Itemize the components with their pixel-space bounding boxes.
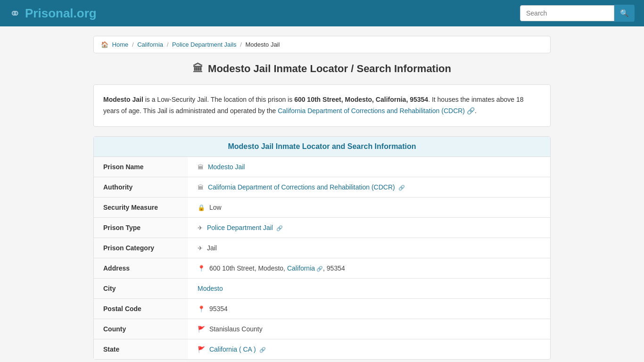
- address-icon: 📍: [198, 265, 205, 272]
- home-icon: 🏠: [101, 41, 108, 48]
- description-block: Modesto Jail is a Low-Security Jail. The…: [93, 84, 551, 127]
- city-link[interactable]: Modesto: [198, 285, 223, 292]
- table-row: Authority 🏛 California Department of Cor…: [94, 177, 550, 197]
- row-value: 🚩 California ( CA ) 🔗: [188, 339, 550, 359]
- county-value: Stanislaus County: [209, 325, 263, 333]
- table-row: Prison Type ✈ Police Department Jail 🔗: [94, 217, 550, 238]
- row-value: ✈ Police Department Jail 🔗: [188, 217, 550, 238]
- row-value: 📍 600 10th Street, Modesto, California🔗,…: [188, 258, 550, 278]
- row-value: 🔒 Low: [188, 197, 550, 217]
- row-value: 📍 95354: [188, 298, 550, 319]
- main-container: 🏠 Home / California / Police Department …: [86, 36, 558, 360]
- table-row: Security Measure 🔒 Low: [94, 197, 550, 217]
- postal-value: 95354: [209, 305, 228, 313]
- breadcrumb-sep-1: /: [132, 41, 134, 48]
- ext-icon-authority: 🔗: [398, 185, 405, 190]
- breadcrumb-police-dept[interactable]: Police Department Jails: [172, 41, 237, 48]
- row-label: Address: [94, 258, 188, 278]
- authority-icon: 🏛: [198, 184, 204, 191]
- breadcrumb-california[interactable]: California: [137, 41, 163, 48]
- address-text: 600 10th Street, Modesto,: [209, 264, 287, 272]
- row-label: Prison Type: [94, 217, 188, 238]
- authority-table-link[interactable]: California Department of Corrections and…: [208, 183, 395, 191]
- table-row: Address 📍 600 10th Street, Modesto, Cali…: [94, 258, 550, 278]
- logo-main: Prisonal: [25, 6, 74, 20]
- prison-name-icon: 🏛: [198, 164, 204, 171]
- address-state-link[interactable]: California: [287, 264, 315, 272]
- row-value: 🏛 California Department of Corrections a…: [188, 177, 550, 197]
- table-row: Prison Name 🏛 Modesto Jail: [94, 157, 550, 177]
- prison-cat-value: Jail: [207, 244, 217, 252]
- row-label: City: [94, 278, 188, 298]
- row-value: 🚩 Stanislaus County: [188, 319, 550, 339]
- breadcrumb-current: Modesto Jail: [245, 41, 280, 48]
- site-header: ⚭ Prisonal.org 🔍: [0, 0, 644, 26]
- row-label: Authority: [94, 177, 188, 197]
- breadcrumb-sep-2: /: [167, 41, 169, 48]
- ext-icon-state: 🔗: [259, 347, 266, 353]
- logo-text: Prisonal.org: [25, 6, 97, 21]
- row-label: State: [94, 339, 188, 359]
- breadcrumb: 🏠 Home / California / Police Department …: [93, 36, 551, 53]
- address-bold: 600 10th Street, Modesto, California, 95…: [294, 96, 428, 103]
- ext-icon-addr: 🔗: [316, 266, 323, 272]
- breadcrumb-home[interactable]: Home: [112, 41, 129, 48]
- breadcrumb-sep-3: /: [240, 41, 242, 48]
- row-value: 🏛 Modesto Jail: [188, 157, 550, 177]
- page-title: 🏛 Modesto Jail Inmate Locator / Search I…: [93, 63, 551, 75]
- prison-name-link[interactable]: Modesto Jail: [208, 163, 245, 171]
- info-table: Prison Name 🏛 Modesto Jail Authority 🏛 C…: [94, 157, 550, 359]
- logo-area: ⚭ Prisonal.org: [9, 6, 97, 21]
- state-link[interactable]: California ( CA ): [209, 346, 256, 353]
- address-suffix: , 95354: [323, 264, 345, 272]
- jail-title-icon: 🏛: [193, 63, 203, 75]
- county-icon: 🚩: [198, 326, 205, 333]
- table-row: State 🚩 California ( CA ) 🔗: [94, 339, 550, 359]
- table-row: Prison Category ✈ Jail: [94, 238, 550, 258]
- search-area: 🔍: [520, 5, 635, 22]
- ext-icon-type: 🔗: [276, 225, 283, 231]
- prison-type-link[interactable]: Police Department Jail: [207, 224, 273, 231]
- info-section: Modesto Jail Inmate Locator and Search I…: [93, 136, 551, 360]
- logo-domain: .org: [74, 6, 97, 20]
- logo-icon: ⚭: [9, 6, 20, 21]
- table-row: County 🚩 Stanislaus County: [94, 319, 550, 339]
- postal-icon: 📍: [198, 305, 205, 313]
- row-label: Prison Name: [94, 157, 188, 177]
- row-label: Security Measure: [94, 197, 188, 217]
- description-text: Modesto Jail is a Low-Security Jail. The…: [103, 94, 541, 117]
- table-row: City Modesto: [94, 278, 550, 298]
- info-section-header: Modesto Jail Inmate Locator and Search I…: [94, 137, 550, 157]
- state-icon: 🚩: [198, 346, 205, 353]
- row-value: Modesto: [188, 278, 550, 298]
- row-label: Postal Code: [94, 298, 188, 319]
- ext-icon: 🔗: [467, 107, 475, 115]
- prison-type-icon: ✈: [198, 224, 203, 231]
- row-label: County: [94, 319, 188, 339]
- security-value: Low: [209, 204, 222, 211]
- prison-cat-icon: ✈: [198, 245, 203, 252]
- search-button[interactable]: 🔍: [614, 5, 635, 22]
- row-label: Prison Category: [94, 238, 188, 258]
- row-value: ✈ Jail: [188, 238, 550, 258]
- security-icon: 🔒: [198, 204, 205, 211]
- table-row: Postal Code 📍 95354: [94, 298, 550, 319]
- search-input[interactable]: [520, 5, 614, 21]
- jail-name-bold: Modesto Jail: [103, 96, 143, 103]
- authority-link[interactable]: California Department of Corrections and…: [278, 107, 465, 115]
